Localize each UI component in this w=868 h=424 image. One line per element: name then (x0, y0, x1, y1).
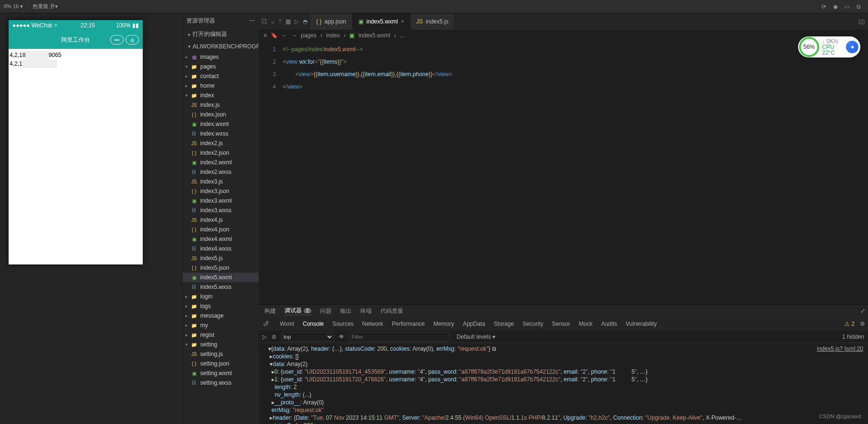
tree-node-index4.wxss[interactable]: ⽬index4.wxss (183, 244, 259, 253)
tab-terminal[interactable]: 终端 (360, 307, 372, 315)
tree-node-index2.wxml[interactable]: ▣index2.wxml (183, 158, 259, 167)
tree-node-index2.json[interactable]: { }index2.json (183, 148, 259, 158)
file-tree[interactable]: ▸▦images▾📁pages▸📁contact▸📁home▾📁indexJSi… (183, 52, 259, 424)
tab-codequality[interactable]: 代码质量 (380, 307, 403, 315)
sim-menu-button[interactable]: ••• (110, 35, 124, 45)
debug-icon[interactable]: ▷ (295, 18, 299, 25)
refresh-icon[interactable]: ⟳ (818, 3, 830, 10)
tree-node-my[interactable]: ▸📁my (183, 321, 259, 330)
perf-widget[interactable]: 56% ↓ 0K/s CPU 22°C ✦ (798, 36, 860, 57)
devtools-tab-vulnerability[interactable]: Vulnerability (626, 321, 657, 327)
devtools-tab-console[interactable]: Console (303, 321, 324, 327)
device-phone-icon[interactable]: ▭ (841, 3, 853, 10)
bookmark-icon[interactable]: 🔖 (271, 32, 278, 39)
window-split-icon[interactable]: ⧉ (853, 3, 864, 10)
devtools-tab-sources[interactable]: Sources (332, 321, 354, 327)
layout-toggle-icon[interactable]: ▯▯ (858, 18, 865, 25)
tree-node-login[interactable]: ▸📁login (183, 292, 259, 301)
tab-output[interactable]: 输出 (340, 307, 352, 315)
devtools-tab-sensor[interactable]: Sensor (552, 321, 570, 327)
tree-node-index5.wxss[interactable]: ⽬index5.wxss (183, 282, 259, 292)
tree-node-pages[interactable]: ▾📁pages (183, 62, 259, 71)
tree-node-index.wxss[interactable]: ⽬index.wxss (183, 129, 259, 138)
tab-debugger[interactable]: 调试器2 (285, 307, 311, 315)
search-icon[interactable]: ⌕ (271, 18, 274, 25)
tab-build[interactable]: 构建 (264, 307, 276, 315)
tree-node-index3.wxss[interactable]: ⽬index3.wxss (183, 206, 259, 215)
editor-tab-index5.wxml[interactable]: ▣index5.wxml× (353, 13, 411, 30)
tree-node-index[interactable]: ▾📁index (183, 91, 259, 100)
console-clear-icon[interactable]: ⊘ (272, 333, 276, 340)
tree-node-index4.js[interactable]: JSindex4.js (183, 215, 259, 225)
sim-content[interactable]: 4,2,18xxxxxxxx9065 4,2,1xxxxxxxxxxxx (9, 49, 143, 264)
nav-fwd-icon[interactable]: → (291, 32, 297, 39)
devtools-tab-performance[interactable]: Performance (392, 321, 425, 327)
extensions-icon[interactable]: ▦ (286, 18, 291, 25)
tree-node-setting.js[interactable]: JSsetting.js (183, 349, 259, 359)
context-select[interactable]: top (281, 332, 334, 342)
devtools-tab-audits[interactable]: Audits (601, 321, 617, 327)
devtools-tab-network[interactable]: Network (362, 321, 383, 327)
gear-icon[interactable]: ⚙ (860, 321, 865, 327)
console-output[interactable]: index5.js? [sm]:20 ▾{data: Array(2), hea… (259, 343, 868, 424)
editor-tab-index5.js[interactable]: JSindex5.js (411, 13, 455, 30)
tab-problems[interactable]: 问题 (320, 307, 331, 315)
tree-node-index4.wxml[interactable]: ▣index4.wxml (183, 234, 259, 244)
tree-node-index2.wxss[interactable]: ⽬index2.wxss (183, 167, 259, 177)
devtools-tab-memory[interactable]: Memory (434, 321, 454, 327)
eye-icon[interactable]: 👁 (339, 333, 344, 340)
tree-node-index3.json[interactable]: { }index3.json (183, 186, 259, 196)
tree-node-index4.json[interactable]: { }index4.json (183, 225, 259, 234)
tree-node-index5.wxml[interactable]: ▣index5.wxml (183, 273, 259, 282)
console-toolbar: ▷ ⊘ top 👁 Default levels ▾ 1 hidden (259, 331, 868, 343)
tree-node-index5.js[interactable]: JSindex5.js (183, 253, 259, 263)
breadcrumb[interactable]: ≡ 🔖 ← → pages› index› ▣index5.wxml› ... (259, 30, 868, 41)
tree-node-index.wxml[interactable]: ▣index.wxml (183, 119, 259, 129)
console-filter-input[interactable] (349, 332, 450, 342)
warning-count[interactable]: ⚠ 2 (845, 321, 855, 327)
log-levels-dropdown[interactable]: Default levels ▾ (457, 333, 495, 340)
editor-tab-app.json[interactable]: { }app.json (310, 13, 353, 30)
tree-node-setting.json[interactable]: { }setting.json (183, 359, 259, 368)
console-run-icon[interactable]: ▷ (263, 333, 267, 340)
tree-node-setting.wxss[interactable]: ⽬setting.wxss (183, 378, 259, 388)
project-section[interactable]: ▾ALIWORKBENCHPROGRAM (183, 41, 259, 52)
console-source-link[interactable]: index5.js? [sm]:20 (817, 345, 863, 353)
sim-close-button[interactable]: ◎ (126, 35, 139, 45)
tree-node-index3.wxml[interactable]: ▣index3.wxml (183, 196, 259, 206)
explorer-more-icon[interactable]: ⋯ (249, 17, 255, 24)
tree-node-message[interactable]: ▸📁message (183, 311, 259, 321)
perf-assistant-icon[interactable]: ✦ (846, 41, 858, 53)
code-editor[interactable]: 1234 <!--pages/index/index5.wxml--> <vie… (259, 41, 868, 304)
docker-icon[interactable]: ◓ (303, 18, 308, 25)
nav-back-icon[interactable]: ← (282, 32, 287, 39)
devtools-tab-appdata[interactable]: AppData (463, 321, 485, 327)
devtools-tab-wxml[interactable]: Wxml (280, 321, 294, 327)
wechat-simulator[interactable]: ●●●●● WeChat ᯤ 22:15 100% ▮▮ 阿里工作台 ••• ◎… (9, 20, 143, 264)
files-icon[interactable]: ⿻ (262, 18, 267, 25)
close-icon[interactable]: × (401, 18, 404, 25)
devtools-tab-storage[interactable]: Storage (494, 321, 514, 327)
inspect-element-icon[interactable]: ⮰ (263, 321, 268, 327)
tree-node-images[interactable]: ▸▦images (183, 52, 259, 62)
tree-node-setting.wxml[interactable]: ▣setting.wxml (183, 368, 259, 378)
devtools-tab-mock[interactable]: Mock (579, 321, 593, 327)
tree-node-setting[interactable]: ▾📁setting (183, 340, 259, 349)
debug-pct[interactable]: 0% 16 ▾ (4, 3, 23, 10)
select-all-icon[interactable]: ≡ (263, 32, 267, 39)
devtools-tab-security[interactable]: Security (523, 321, 543, 327)
tree-node-index.json[interactable]: { }index.json (183, 110, 259, 119)
tree-node-index2.js[interactable]: JSindex2.js (183, 138, 259, 148)
hot-reload-toggle[interactable]: 热重载 开▾ (33, 3, 58, 10)
tree-node-contact[interactable]: ▸📁contact (183, 71, 259, 81)
tree-node-logs[interactable]: ▸📁logs (183, 301, 259, 311)
panel-expand-icon[interactable]: ⤢ (860, 308, 865, 314)
record-icon[interactable]: ◉ (830, 3, 841, 10)
tree-node-index5.json[interactable]: { }index5.json (183, 263, 259, 273)
tree-node-home[interactable]: ▸📁home (183, 81, 259, 91)
tree-node-index3.js[interactable]: JSindex3.js (183, 177, 259, 186)
tree-node-index.js[interactable]: JSindex.js (183, 100, 259, 110)
git-branch-icon[interactable]: ᛘ (278, 18, 282, 25)
open-editors-section[interactable]: ▸打开的编辑器 (183, 28, 259, 41)
tree-node-regist[interactable]: ▸📁regist (183, 330, 259, 340)
